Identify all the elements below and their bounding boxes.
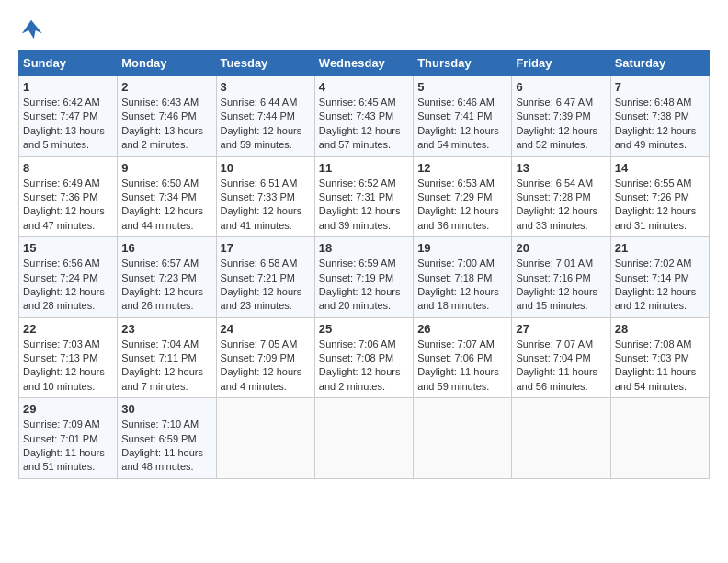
calendar-cell: 17 Sunrise: 6:58 AMSunset: 7:21 PMDaylig… bbox=[216, 237, 314, 318]
calendar-week-row: 8 Sunrise: 6:49 AMSunset: 7:36 PMDayligh… bbox=[19, 156, 710, 237]
calendar-cell: 8 Sunrise: 6:49 AMSunset: 7:36 PMDayligh… bbox=[19, 156, 118, 237]
day-number: 22 bbox=[23, 322, 113, 336]
day-number: 25 bbox=[319, 322, 409, 336]
calendar-cell: 12 Sunrise: 6:53 AMSunset: 7:29 PMDaylig… bbox=[414, 156, 512, 237]
calendar-week-row: 1 Sunrise: 6:42 AMSunset: 7:47 PMDayligh… bbox=[19, 76, 710, 157]
day-number: 14 bbox=[615, 161, 705, 175]
calendar-cell: 4 Sunrise: 6:45 AMSunset: 7:43 PMDayligh… bbox=[314, 76, 413, 157]
logo bbox=[18, 18, 48, 40]
day-number: 17 bbox=[221, 241, 311, 255]
day-info: Sunrise: 6:54 AMSunset: 7:28 PMDaylight:… bbox=[516, 177, 606, 234]
day-number: 6 bbox=[516, 80, 606, 94]
calendar-cell: 20 Sunrise: 7:01 AMSunset: 7:16 PMDaylig… bbox=[512, 237, 610, 318]
day-info: Sunrise: 6:47 AMSunset: 7:39 PMDaylight:… bbox=[516, 96, 606, 153]
calendar-cell: 2 Sunrise: 6:43 AMSunset: 7:46 PMDayligh… bbox=[118, 76, 216, 157]
day-number: 2 bbox=[121, 80, 211, 94]
calendar-cell: 19 Sunrise: 7:00 AMSunset: 7:18 PMDaylig… bbox=[414, 237, 512, 318]
column-header-sunday: Sunday bbox=[19, 51, 118, 76]
day-info: Sunrise: 6:48 AMSunset: 7:38 PMDaylight:… bbox=[615, 96, 705, 153]
day-info: Sunrise: 6:55 AMSunset: 7:26 PMDaylight:… bbox=[615, 177, 705, 234]
day-info: Sunrise: 6:53 AMSunset: 7:29 PMDaylight:… bbox=[417, 177, 507, 234]
column-header-tuesday: Tuesday bbox=[216, 51, 314, 76]
day-info: Sunrise: 7:07 AMSunset: 7:04 PMDaylight:… bbox=[516, 338, 606, 395]
day-number: 16 bbox=[121, 241, 211, 255]
calendar-cell bbox=[414, 398, 512, 479]
calendar-cell: 18 Sunrise: 6:59 AMSunset: 7:19 PMDaylig… bbox=[314, 237, 413, 318]
calendar-cell: 10 Sunrise: 6:51 AMSunset: 7:33 PMDaylig… bbox=[216, 156, 314, 237]
day-info: Sunrise: 7:00 AMSunset: 7:18 PMDaylight:… bbox=[417, 257, 507, 314]
day-number: 15 bbox=[23, 241, 113, 255]
calendar-cell: 16 Sunrise: 6:57 AMSunset: 7:23 PMDaylig… bbox=[118, 237, 216, 318]
calendar-cell: 14 Sunrise: 6:55 AMSunset: 7:26 PMDaylig… bbox=[610, 156, 709, 237]
svg-marker-0 bbox=[22, 20, 42, 39]
day-info: Sunrise: 6:50 AMSunset: 7:34 PMDaylight:… bbox=[121, 177, 211, 234]
day-number: 10 bbox=[221, 161, 311, 175]
calendar-cell bbox=[610, 398, 709, 479]
calendar-cell: 15 Sunrise: 6:56 AMSunset: 7:24 PMDaylig… bbox=[19, 237, 118, 318]
day-info: Sunrise: 6:42 AMSunset: 7:47 PMDaylight:… bbox=[23, 96, 113, 153]
day-number: 20 bbox=[516, 241, 606, 255]
day-number: 12 bbox=[417, 161, 507, 175]
day-number: 8 bbox=[23, 161, 113, 175]
day-number: 27 bbox=[516, 322, 606, 336]
day-number: 7 bbox=[615, 80, 705, 94]
day-info: Sunrise: 7:06 AMSunset: 7:08 PMDaylight:… bbox=[319, 338, 409, 395]
day-number: 1 bbox=[23, 80, 113, 94]
day-info: Sunrise: 7:02 AMSunset: 7:14 PMDaylight:… bbox=[615, 257, 705, 314]
day-info: Sunrise: 7:03 AMSunset: 7:13 PMDaylight:… bbox=[23, 338, 113, 395]
calendar-header-row: SundayMondayTuesdayWednesdayThursdayFrid… bbox=[19, 51, 710, 76]
day-info: Sunrise: 6:46 AMSunset: 7:41 PMDaylight:… bbox=[417, 96, 507, 153]
day-info: Sunrise: 7:01 AMSunset: 7:16 PMDaylight:… bbox=[516, 257, 606, 314]
calendar-cell: 22 Sunrise: 7:03 AMSunset: 7:13 PMDaylig… bbox=[19, 317, 118, 398]
day-info: Sunrise: 7:08 AMSunset: 7:03 PMDaylight:… bbox=[615, 338, 705, 395]
day-number: 29 bbox=[23, 402, 113, 416]
column-header-saturday: Saturday bbox=[610, 51, 709, 76]
day-info: Sunrise: 6:49 AMSunset: 7:36 PMDaylight:… bbox=[23, 177, 113, 234]
calendar-table: SundayMondayTuesdayWednesdayThursdayFrid… bbox=[18, 50, 710, 479]
calendar-cell: 28 Sunrise: 7:08 AMSunset: 7:03 PMDaylig… bbox=[610, 317, 709, 398]
day-info: Sunrise: 7:09 AMSunset: 7:01 PMDaylight:… bbox=[23, 418, 113, 475]
day-info: Sunrise: 7:04 AMSunset: 7:11 PMDaylight:… bbox=[121, 338, 211, 395]
day-number: 26 bbox=[417, 322, 507, 336]
calendar-cell: 21 Sunrise: 7:02 AMSunset: 7:14 PMDaylig… bbox=[610, 237, 709, 318]
logo-icon bbox=[18, 18, 44, 40]
calendar-cell: 9 Sunrise: 6:50 AMSunset: 7:34 PMDayligh… bbox=[118, 156, 216, 237]
day-number: 28 bbox=[615, 322, 705, 336]
calendar-cell: 11 Sunrise: 6:52 AMSunset: 7:31 PMDaylig… bbox=[314, 156, 413, 237]
day-number: 23 bbox=[121, 322, 211, 336]
calendar-week-row: 15 Sunrise: 6:56 AMSunset: 7:24 PMDaylig… bbox=[19, 237, 710, 318]
calendar-cell bbox=[512, 398, 610, 479]
day-info: Sunrise: 7:05 AMSunset: 7:09 PMDaylight:… bbox=[221, 338, 311, 395]
day-info: Sunrise: 6:43 AMSunset: 7:46 PMDaylight:… bbox=[121, 96, 211, 153]
day-info: Sunrise: 6:44 AMSunset: 7:44 PMDaylight:… bbox=[221, 96, 311, 153]
day-number: 19 bbox=[417, 241, 507, 255]
day-number: 4 bbox=[319, 80, 409, 94]
day-number: 30 bbox=[121, 402, 211, 416]
calendar-cell: 6 Sunrise: 6:47 AMSunset: 7:39 PMDayligh… bbox=[512, 76, 610, 157]
calendar-cell: 26 Sunrise: 7:07 AMSunset: 7:06 PMDaylig… bbox=[414, 317, 512, 398]
day-info: Sunrise: 6:59 AMSunset: 7:19 PMDaylight:… bbox=[319, 257, 409, 314]
column-header-thursday: Thursday bbox=[414, 51, 512, 76]
day-info: Sunrise: 6:56 AMSunset: 7:24 PMDaylight:… bbox=[23, 257, 113, 314]
day-number: 24 bbox=[221, 322, 311, 336]
day-info: Sunrise: 6:52 AMSunset: 7:31 PMDaylight:… bbox=[319, 177, 409, 234]
day-number: 9 bbox=[121, 161, 211, 175]
page-header bbox=[18, 18, 710, 40]
column-header-wednesday: Wednesday bbox=[314, 51, 413, 76]
day-number: 11 bbox=[319, 161, 409, 175]
calendar-cell: 29 Sunrise: 7:09 AMSunset: 7:01 PMDaylig… bbox=[19, 398, 118, 479]
calendar-cell: 5 Sunrise: 6:46 AMSunset: 7:41 PMDayligh… bbox=[414, 76, 512, 157]
column-header-monday: Monday bbox=[118, 51, 216, 76]
day-info: Sunrise: 7:10 AMSunset: 6:59 PMDaylight:… bbox=[121, 418, 211, 475]
column-header-friday: Friday bbox=[512, 51, 610, 76]
calendar-week-row: 22 Sunrise: 7:03 AMSunset: 7:13 PMDaylig… bbox=[19, 317, 710, 398]
calendar-cell bbox=[216, 398, 314, 479]
day-info: Sunrise: 7:07 AMSunset: 7:06 PMDaylight:… bbox=[417, 338, 507, 395]
calendar-cell: 7 Sunrise: 6:48 AMSunset: 7:38 PMDayligh… bbox=[610, 76, 709, 157]
calendar-cell: 25 Sunrise: 7:06 AMSunset: 7:08 PMDaylig… bbox=[314, 317, 413, 398]
day-info: Sunrise: 6:51 AMSunset: 7:33 PMDaylight:… bbox=[221, 177, 311, 234]
calendar-cell: 27 Sunrise: 7:07 AMSunset: 7:04 PMDaylig… bbox=[512, 317, 610, 398]
day-number: 21 bbox=[615, 241, 705, 255]
calendar-cell bbox=[314, 398, 413, 479]
day-number: 13 bbox=[516, 161, 606, 175]
